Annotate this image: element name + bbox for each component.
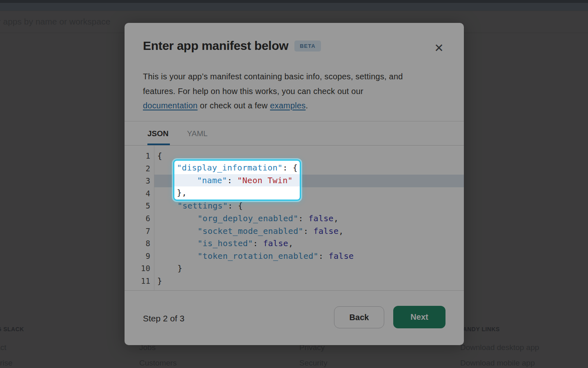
code-token: "name" (197, 175, 227, 185)
code-token: : { (283, 163, 298, 173)
code-line: }, (174, 186, 300, 199)
code-token: "Neon Twin" (237, 175, 293, 185)
highlighted-code-block: "display_information": { "name": "Neon T… (173, 159, 301, 201)
code-line: "name": "Neon Twin" (174, 174, 300, 187)
browser-chrome-strip (0, 0, 588, 11)
code-token: "display_information" (177, 163, 283, 173)
code-token (177, 175, 197, 185)
code-token: }, (177, 188, 187, 197)
code-token: : (227, 175, 237, 185)
code-line: "display_information": { (174, 162, 300, 174)
